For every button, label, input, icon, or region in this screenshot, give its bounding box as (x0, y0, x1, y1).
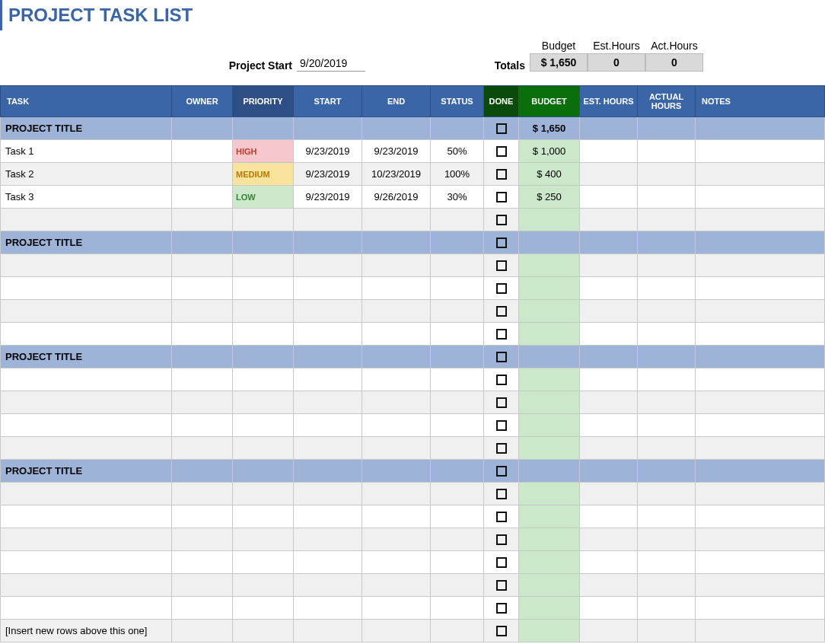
cell-est[interactable] (580, 414, 638, 437)
cell-status[interactable] (431, 346, 484, 368)
cell-end[interactable] (362, 254, 431, 277)
cell-est[interactable] (580, 117, 638, 140)
checkbox-icon[interactable] (496, 397, 507, 408)
cell-status[interactable] (431, 620, 484, 642)
cell-budget[interactable] (519, 597, 580, 620)
cell-priority[interactable] (233, 254, 294, 277)
section-row[interactable]: PROJECT TITLE (1, 231, 825, 254)
cell-owner[interactable] (172, 528, 233, 551)
cell-end[interactable] (362, 505, 431, 528)
cell-task[interactable]: Task 3 (1, 186, 172, 209)
cell-end[interactable] (362, 437, 431, 460)
cell-notes[interactable] (696, 505, 825, 528)
cell-priority[interactable] (233, 620, 294, 642)
cell-priority[interactable]: LOW (233, 186, 294, 209)
cell-task[interactable]: [Insert new rows above this one] (1, 620, 172, 642)
col-header-act[interactable]: ACTUAL HOURS (638, 86, 696, 117)
table-row[interactable] (1, 209, 825, 231)
cell-act[interactable] (638, 346, 696, 368)
cell-budget[interactable] (519, 460, 580, 483)
cell-owner[interactable] (172, 231, 233, 254)
cell-end[interactable] (362, 346, 431, 368)
table-row[interactable] (1, 323, 825, 346)
cell-task[interactable]: Task 2 (1, 163, 172, 186)
cell-notes[interactable] (696, 460, 825, 483)
cell-done[interactable] (484, 254, 519, 277)
cell-act[interactable] (638, 620, 696, 642)
cell-start[interactable] (294, 414, 362, 437)
cell-notes[interactable] (696, 186, 825, 209)
cell-task[interactable]: PROJECT TITLE (1, 346, 172, 368)
cell-task[interactable] (1, 597, 172, 620)
table-row[interactable]: Task 1HIGH9/23/20199/23/201950%$ 1,000 (1, 140, 825, 163)
table-row[interactable] (1, 414, 825, 437)
cell-owner[interactable] (172, 551, 233, 574)
cell-act[interactable] (638, 209, 696, 231)
cell-owner[interactable] (172, 186, 233, 209)
cell-done[interactable] (484, 460, 519, 483)
cell-budget[interactable] (519, 505, 580, 528)
cell-done[interactable] (484, 551, 519, 574)
cell-act[interactable] (638, 597, 696, 620)
cell-priority[interactable] (233, 551, 294, 574)
cell-end[interactable] (362, 551, 431, 574)
cell-status[interactable] (431, 505, 484, 528)
cell-status[interactable]: 30% (431, 186, 484, 209)
cell-end[interactable] (362, 323, 431, 346)
cell-start[interactable] (294, 277, 362, 300)
cell-owner[interactable] (172, 300, 233, 323)
cell-est[interactable] (580, 368, 638, 391)
checkbox-icon[interactable] (496, 580, 507, 591)
cell-start[interactable] (294, 209, 362, 231)
cell-act[interactable] (638, 574, 696, 597)
cell-priority[interactable] (233, 505, 294, 528)
cell-owner[interactable] (172, 574, 233, 597)
cell-priority[interactable] (233, 231, 294, 254)
cell-owner[interactable] (172, 368, 233, 391)
cell-status[interactable] (431, 117, 484, 140)
cell-notes[interactable] (696, 117, 825, 140)
cell-task[interactable]: PROJECT TITLE (1, 117, 172, 140)
cell-owner[interactable] (172, 437, 233, 460)
cell-end[interactable] (362, 597, 431, 620)
cell-task[interactable] (1, 414, 172, 437)
cell-end[interactable] (362, 368, 431, 391)
col-header-owner[interactable]: OWNER (172, 86, 233, 117)
cell-est[interactable] (580, 528, 638, 551)
cell-end[interactable] (362, 528, 431, 551)
cell-end[interactable] (362, 231, 431, 254)
cell-act[interactable] (638, 186, 696, 209)
cell-priority[interactable] (233, 597, 294, 620)
cell-start[interactable] (294, 574, 362, 597)
cell-budget[interactable]: $ 400 (519, 163, 580, 186)
cell-notes[interactable] (696, 140, 825, 163)
cell-act[interactable] (638, 505, 696, 528)
cell-budget[interactable] (519, 277, 580, 300)
cell-start[interactable] (294, 300, 362, 323)
table-row[interactable] (1, 277, 825, 300)
cell-done[interactable] (484, 140, 519, 163)
table-row[interactable]: Task 3LOW9/23/20199/26/201930%$ 250 (1, 186, 825, 209)
cell-notes[interactable] (696, 551, 825, 574)
cell-status[interactable] (431, 551, 484, 574)
cell-est[interactable] (580, 620, 638, 642)
cell-notes[interactable] (696, 254, 825, 277)
cell-notes[interactable] (696, 368, 825, 391)
cell-start[interactable] (294, 391, 362, 414)
cell-start[interactable] (294, 323, 362, 346)
cell-done[interactable] (484, 597, 519, 620)
cell-status[interactable] (431, 528, 484, 551)
cell-notes[interactable] (696, 483, 825, 505)
cell-est[interactable] (580, 140, 638, 163)
cell-est[interactable] (580, 574, 638, 597)
table-row[interactable] (1, 505, 825, 528)
cell-notes[interactable] (696, 391, 825, 414)
cell-notes[interactable] (696, 414, 825, 437)
cell-task[interactable] (1, 505, 172, 528)
cell-end[interactable] (362, 460, 431, 483)
cell-start[interactable]: 9/23/2019 (294, 140, 362, 163)
cell-task[interactable] (1, 483, 172, 505)
cell-priority[interactable] (233, 368, 294, 391)
cell-task[interactable] (1, 551, 172, 574)
cell-task[interactable]: PROJECT TITLE (1, 231, 172, 254)
